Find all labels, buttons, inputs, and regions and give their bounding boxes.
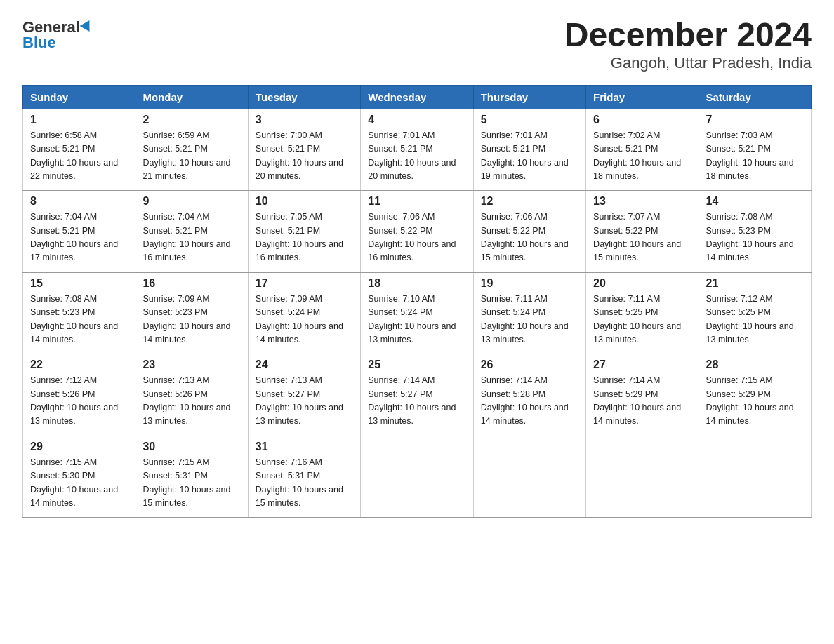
table-row: 22Sunrise: 7:12 AMSunset: 5:26 PMDayligh… <box>23 354 135 436</box>
day-number: 25 <box>368 358 465 371</box>
table-row <box>361 436 473 518</box>
day-number: 6 <box>593 114 691 126</box>
table-row: 29Sunrise: 7:15 AMSunset: 5:30 PMDayligh… <box>23 436 135 518</box>
table-row <box>586 436 699 518</box>
table-row: 31Sunrise: 7:16 AMSunset: 5:31 PMDayligh… <box>248 436 360 518</box>
day-number: 19 <box>481 277 578 290</box>
day-info: Sunrise: 7:13 AMSunset: 5:26 PMDaylight:… <box>143 374 240 429</box>
logo-blue-text: Blue <box>22 35 56 51</box>
day-info: Sunrise: 7:03 AMSunset: 5:21 PMDaylight:… <box>706 129 804 184</box>
day-number: 16 <box>143 277 240 290</box>
day-number: 8 <box>30 195 128 208</box>
day-number: 7 <box>706 114 804 126</box>
day-info: Sunrise: 7:06 AMSunset: 5:22 PMDaylight:… <box>481 210 578 265</box>
day-info: Sunrise: 7:10 AMSunset: 5:24 PMDaylight:… <box>368 293 465 347</box>
day-number: 23 <box>143 358 240 371</box>
day-info: Sunrise: 7:09 AMSunset: 5:23 PMDaylight:… <box>143 293 240 347</box>
table-row: 25Sunrise: 7:14 AMSunset: 5:27 PMDayligh… <box>361 354 473 436</box>
table-row: 15Sunrise: 7:08 AMSunset: 5:23 PMDayligh… <box>23 272 135 354</box>
day-info: Sunrise: 7:12 AMSunset: 5:26 PMDaylight:… <box>30 374 128 429</box>
day-number: 14 <box>706 195 804 208</box>
day-number: 28 <box>706 358 804 371</box>
table-row: 4Sunrise: 7:01 AMSunset: 5:21 PMDaylight… <box>361 109 473 191</box>
day-number: 29 <box>30 441 128 453</box>
day-number: 22 <box>30 358 128 371</box>
day-number: 27 <box>593 358 691 371</box>
col-thursday: Thursday <box>473 85 585 109</box>
day-info: Sunrise: 7:14 AMSunset: 5:28 PMDaylight:… <box>481 374 578 429</box>
table-row: 14Sunrise: 7:08 AMSunset: 5:23 PMDayligh… <box>699 191 811 273</box>
logo: General Blue <box>22 17 93 51</box>
col-wednesday: Wednesday <box>361 85 473 109</box>
logo-triangle-icon <box>80 20 95 34</box>
calendar-week-row: 15Sunrise: 7:08 AMSunset: 5:23 PMDayligh… <box>23 272 812 354</box>
table-row: 16Sunrise: 7:09 AMSunset: 5:23 PMDayligh… <box>135 272 248 354</box>
table-row: 13Sunrise: 7:07 AMSunset: 5:22 PMDayligh… <box>586 191 699 273</box>
calendar-header-row: Sunday Monday Tuesday Wednesday Thursday… <box>23 85 812 109</box>
day-number: 24 <box>256 358 353 371</box>
table-row: 2Sunrise: 6:59 AMSunset: 5:21 PMDaylight… <box>135 109 248 191</box>
day-number: 11 <box>368 195 465 208</box>
day-info: Sunrise: 7:14 AMSunset: 5:29 PMDaylight:… <box>593 374 691 429</box>
table-row: 24Sunrise: 7:13 AMSunset: 5:27 PMDayligh… <box>248 354 360 436</box>
table-row: 27Sunrise: 7:14 AMSunset: 5:29 PMDayligh… <box>586 354 699 436</box>
day-info: Sunrise: 7:01 AMSunset: 5:21 PMDaylight:… <box>481 129 578 184</box>
day-info: Sunrise: 7:02 AMSunset: 5:21 PMDaylight:… <box>593 129 691 184</box>
day-info: Sunrise: 6:59 AMSunset: 5:21 PMDaylight:… <box>143 129 240 184</box>
day-info: Sunrise: 7:08 AMSunset: 5:23 PMDaylight:… <box>30 293 128 347</box>
page-header: General Blue December 2024 Gangoh, Uttar… <box>22 17 812 72</box>
table-row: 1Sunrise: 6:58 AMSunset: 5:21 PMDaylight… <box>23 109 135 191</box>
calendar-week-row: 8Sunrise: 7:04 AMSunset: 5:21 PMDaylight… <box>23 191 812 273</box>
table-row: 11Sunrise: 7:06 AMSunset: 5:22 PMDayligh… <box>361 191 473 273</box>
day-info: Sunrise: 7:13 AMSunset: 5:27 PMDaylight:… <box>256 374 353 429</box>
logo-general-text: General <box>22 20 80 35</box>
day-number: 4 <box>368 114 465 126</box>
day-number: 17 <box>256 277 353 290</box>
table-row: 9Sunrise: 7:04 AMSunset: 5:21 PMDaylight… <box>135 191 248 273</box>
day-number: 10 <box>256 195 353 208</box>
table-row: 6Sunrise: 7:02 AMSunset: 5:21 PMDaylight… <box>586 109 699 191</box>
table-row: 21Sunrise: 7:12 AMSunset: 5:25 PMDayligh… <box>699 272 811 354</box>
col-sunday: Sunday <box>23 85 135 109</box>
day-info: Sunrise: 7:06 AMSunset: 5:22 PMDaylight:… <box>368 210 465 265</box>
day-number: 12 <box>481 195 578 208</box>
day-info: Sunrise: 7:11 AMSunset: 5:24 PMDaylight:… <box>481 293 578 347</box>
title-block: December 2024 Gangoh, Uttar Pradesh, Ind… <box>564 17 812 72</box>
day-number: 3 <box>256 114 353 126</box>
calendar-title: December 2024 <box>564 17 812 54</box>
table-row: 28Sunrise: 7:15 AMSunset: 5:29 PMDayligh… <box>699 354 811 436</box>
day-info: Sunrise: 6:58 AMSunset: 5:21 PMDaylight:… <box>30 129 128 184</box>
day-info: Sunrise: 7:07 AMSunset: 5:22 PMDaylight:… <box>593 210 691 265</box>
table-row: 17Sunrise: 7:09 AMSunset: 5:24 PMDayligh… <box>248 272 360 354</box>
day-info: Sunrise: 7:15 AMSunset: 5:31 PMDaylight:… <box>143 456 240 511</box>
table-row: 23Sunrise: 7:13 AMSunset: 5:26 PMDayligh… <box>135 354 248 436</box>
calendar-week-row: 22Sunrise: 7:12 AMSunset: 5:26 PMDayligh… <box>23 354 812 436</box>
col-tuesday: Tuesday <box>248 85 360 109</box>
table-row: 5Sunrise: 7:01 AMSunset: 5:21 PMDaylight… <box>473 109 585 191</box>
table-row: 26Sunrise: 7:14 AMSunset: 5:28 PMDayligh… <box>473 354 585 436</box>
day-info: Sunrise: 7:04 AMSunset: 5:21 PMDaylight:… <box>30 210 128 265</box>
table-row: 7Sunrise: 7:03 AMSunset: 5:21 PMDaylight… <box>699 109 811 191</box>
day-number: 30 <box>143 441 240 453</box>
calendar-table: Sunday Monday Tuesday Wednesday Thursday… <box>22 85 812 518</box>
day-number: 26 <box>481 358 578 371</box>
table-row <box>473 436 585 518</box>
table-row: 8Sunrise: 7:04 AMSunset: 5:21 PMDaylight… <box>23 191 135 273</box>
table-row <box>699 436 811 518</box>
table-row: 19Sunrise: 7:11 AMSunset: 5:24 PMDayligh… <box>473 272 585 354</box>
day-number: 9 <box>143 195 240 208</box>
day-info: Sunrise: 7:14 AMSunset: 5:27 PMDaylight:… <box>368 374 465 429</box>
day-info: Sunrise: 7:01 AMSunset: 5:21 PMDaylight:… <box>368 129 465 184</box>
day-info: Sunrise: 7:04 AMSunset: 5:21 PMDaylight:… <box>143 210 240 265</box>
day-info: Sunrise: 7:16 AMSunset: 5:31 PMDaylight:… <box>256 456 353 511</box>
table-row: 3Sunrise: 7:00 AMSunset: 5:21 PMDaylight… <box>248 109 360 191</box>
day-number: 2 <box>143 114 240 126</box>
day-info: Sunrise: 7:00 AMSunset: 5:21 PMDaylight:… <box>256 129 353 184</box>
day-info: Sunrise: 7:12 AMSunset: 5:25 PMDaylight:… <box>706 293 804 347</box>
day-number: 18 <box>368 277 465 290</box>
day-info: Sunrise: 7:09 AMSunset: 5:24 PMDaylight:… <box>256 293 353 347</box>
day-info: Sunrise: 7:15 AMSunset: 5:30 PMDaylight:… <box>30 456 128 511</box>
day-number: 5 <box>481 114 578 126</box>
day-number: 21 <box>706 277 804 290</box>
day-number: 15 <box>30 277 128 290</box>
